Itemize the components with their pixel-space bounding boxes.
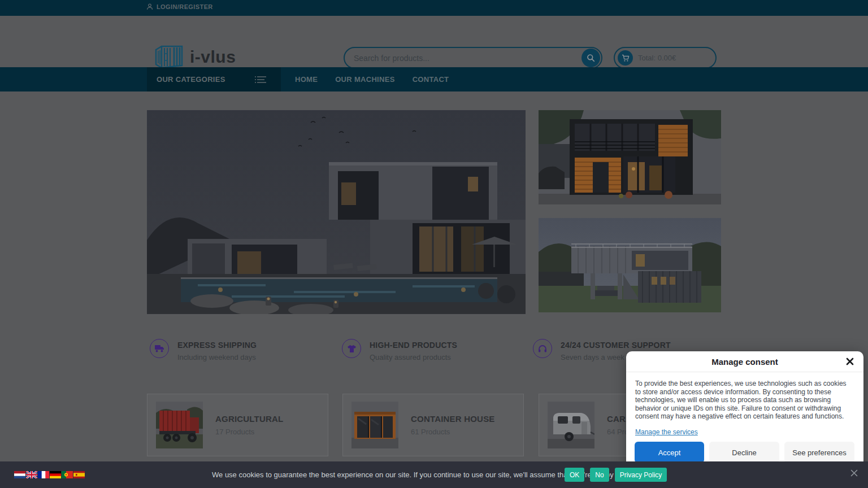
search-input[interactable] [345, 54, 601, 63]
container-house-image [351, 402, 398, 448]
category-card-container-house[interactable]: CONTAINER HOUSE 61 Products [342, 394, 524, 456]
header: i-vlus Total: 0.00€ [0, 16, 868, 67]
flag-portugal[interactable] [62, 471, 73, 478]
search-button[interactable] [581, 49, 600, 67]
hero-thumb-container-house-2[interactable] [539, 218, 721, 312]
hero-thumb-container-house-1[interactable] [539, 110, 721, 204]
list-menu-icon [254, 75, 267, 84]
container-house-day-scene [539, 110, 721, 204]
container-house-dusk-scene [539, 218, 721, 312]
decline-button[interactable]: Decline [709, 442, 779, 463]
feature-subtitle: Quality assured products [370, 353, 457, 361]
categories-label: OUR CATEGORIES [157, 75, 225, 84]
category-title: CONTAINER HOUSE [411, 414, 495, 424]
cookie-buttons: OK No Privacy Policy [565, 468, 667, 482]
cart-total: Total: 0.00€ [638, 54, 676, 62]
category-card-agricultural[interactable]: AGRICULTURAL 17 Products [147, 394, 328, 456]
cookie-ok-button[interactable]: OK [565, 468, 584, 482]
headset-icon [533, 339, 552, 358]
feature-high-end-products: HIGH-END PRODUCTS Quality assured produc… [342, 339, 457, 361]
feature-subtitle: Including weekend days [177, 353, 257, 361]
categories-menu-button[interactable]: OUR CATEGORIES [147, 67, 281, 91]
caravan-image [548, 402, 594, 448]
category-title: AGRICULTURAL [215, 414, 283, 424]
nav-link-our-machines[interactable]: OUR MACHINES [335, 75, 394, 84]
top-bar: LOGIN/REGISTER [0, 0, 868, 16]
accept-button[interactable]: Accept [635, 442, 704, 463]
flag-netherlands[interactable] [14, 471, 25, 478]
privacy-policy-button[interactable]: Privacy Policy [615, 468, 667, 482]
flag-france[interactable] [38, 471, 49, 478]
close-icon[interactable] [844, 356, 856, 367]
manage-services-link[interactable]: Manage the services [635, 428, 698, 436]
user-icon [146, 3, 153, 10]
flag-united-kingdom[interactable] [26, 471, 37, 478]
category-count: 61 Products [411, 428, 495, 436]
cart-button[interactable]: Total: 0.00€ [614, 47, 717, 69]
cookie-bar-close-icon[interactable] [849, 469, 859, 479]
search-bar [344, 47, 602, 69]
cookie-no-button[interactable]: No [590, 468, 609, 482]
cookie-bar: We use cookies to guarantee the best exp… [0, 461, 868, 488]
villa-dusk-scene [147, 110, 526, 314]
cart-icon-circle [618, 50, 633, 66]
search-icon [587, 54, 595, 62]
feature-express-shipping: EXPRESS SHIPPING Including weekend days [150, 339, 257, 361]
feature-title: 24/24 CUSTOMER SUPPORT [561, 339, 671, 350]
login-register-link[interactable]: LOGIN/REGISTER [146, 3, 213, 10]
agricultural-trailer-image [156, 402, 203, 448]
hero-main-image[interactable] [147, 110, 526, 314]
modal-title: Manage consent [711, 357, 778, 367]
nav-links: HOME OUR MACHINES CONTACT [295, 67, 449, 91]
login-register-label: LOGIN/REGISTER [157, 3, 213, 10]
brand-logo[interactable]: i-vlus [154, 44, 236, 70]
language-flags [14, 471, 85, 478]
tshirt-icon [342, 339, 361, 358]
nav-link-home[interactable]: HOME [295, 75, 318, 84]
page: LOGIN/REGISTER i-vlus [0, 0, 868, 488]
container-logo-icon [154, 44, 184, 70]
modal-buttons: Accept Decline See preferences [635, 442, 854, 463]
feature-title: HIGH-END PRODUCTS [370, 339, 457, 350]
cart-icon [622, 54, 630, 62]
flag-germany[interactable] [50, 471, 61, 478]
modal-header: Manage consent [626, 351, 863, 372]
nav-link-contact[interactable]: CONTACT [413, 75, 449, 84]
main-nav: OUR CATEGORIES HOME OUR MACHINES CONTACT [0, 67, 868, 91]
truck-icon [150, 339, 169, 358]
flag-spain[interactable] [73, 471, 85, 478]
brand-name: i-vlus [190, 47, 236, 67]
modal-body-text: To provide the best experiences, we use … [626, 372, 863, 421]
category-count: 17 Products [215, 428, 283, 436]
feature-title: EXPRESS SHIPPING [177, 339, 257, 350]
see-preferences-button[interactable]: See preferences [784, 442, 854, 463]
